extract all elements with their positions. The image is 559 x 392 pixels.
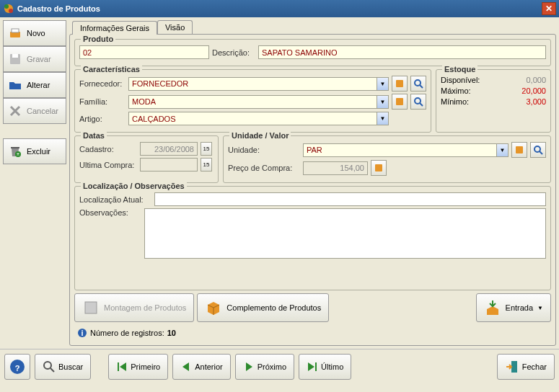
legend-unidade: Unidade / Valor <box>229 131 291 140</box>
svg-marker-32 <box>308 362 314 371</box>
titlebar: Cadastro de Produtos ✕ <box>0 0 559 17</box>
gravar-label: Gravar <box>27 55 51 63</box>
window-title: Cadastro de Produtos <box>17 4 542 13</box>
plus-icon <box>514 145 524 155</box>
familia-add-button[interactable] <box>392 94 408 110</box>
anterior-label: Anterior <box>195 362 223 371</box>
cadastro-cal-button[interactable]: 15 <box>201 142 212 156</box>
cube-icon <box>82 299 100 316</box>
svg-point-18 <box>534 146 540 152</box>
svg-text:?: ? <box>15 364 20 373</box>
info-icon: i <box>77 328 87 338</box>
next-icon <box>243 361 255 373</box>
buscar-button[interactable]: Buscar <box>35 354 91 380</box>
chevron-down-icon: ▼ <box>496 144 508 156</box>
folder-icon <box>6 76 24 94</box>
printer-icon <box>6 24 24 42</box>
cancel-icon <box>6 102 24 120</box>
fornecedor-search-button[interactable] <box>410 76 426 92</box>
minimo-label: Mínimo: <box>441 97 469 106</box>
maximo-label: Máximo: <box>441 86 471 95</box>
buscar-label: Buscar <box>58 362 83 371</box>
novo-button[interactable]: Novo <box>3 20 66 46</box>
unidade-select[interactable]: PAR▼ <box>303 143 509 157</box>
registros-label: Número de registros: <box>90 329 164 337</box>
legend-localizacao: Localização / Observações <box>81 182 187 190</box>
help-icon: ? <box>9 358 26 375</box>
montagem-label: Montagem de Produtos <box>104 303 186 312</box>
entrada-button[interactable]: Entrada ▼ <box>476 293 551 322</box>
calendar-icon: 15 <box>203 146 210 152</box>
artigo-select[interactable]: CALÇADOS▼ <box>128 112 389 125</box>
complemento-button[interactable]: Complemento de Produtos <box>197 293 329 322</box>
unidade-add-button[interactable] <box>511 142 527 158</box>
proximo-label: Próximo <box>258 362 286 371</box>
unidade-search-button[interactable] <box>530 142 546 158</box>
alterar-button[interactable]: Alterar <box>3 72 66 98</box>
box-icon <box>205 299 222 316</box>
codigo-input[interactable] <box>79 45 209 59</box>
svg-point-15 <box>415 98 421 104</box>
cadastro-date[interactable] <box>140 142 198 156</box>
preco-label: Preço de Compra: <box>228 164 300 172</box>
excluir-label: Excluir <box>27 147 50 156</box>
trash-icon <box>6 143 24 160</box>
svg-point-1 <box>4 4 9 9</box>
primeiro-button[interactable]: Primeiro <box>108 354 168 380</box>
sidebar: Novo Gravar Alterar Cancelar Excluir <box>3 20 66 346</box>
tab-visao[interactable]: Visão <box>157 20 193 34</box>
obs-label: Observações: <box>79 208 141 217</box>
localizacao-input[interactable] <box>154 192 546 206</box>
search-icon <box>413 79 423 89</box>
ultima-date[interactable] <box>140 158 198 172</box>
anterior-button[interactable]: Anterior <box>172 354 231 380</box>
fornecedor-add-button[interactable] <box>392 76 408 92</box>
ultima-label: Ultima Compra: <box>79 161 137 169</box>
svg-text:i: i <box>81 329 83 337</box>
observacoes-input[interactable] <box>144 208 546 259</box>
primeiro-label: Primeiro <box>131 362 160 371</box>
novo-label: Novo <box>27 29 45 37</box>
svg-marker-31 <box>246 362 252 371</box>
montagem-button[interactable]: Montagem de Produtos <box>74 293 194 322</box>
descricao-input[interactable] <box>258 45 546 59</box>
preco-input[interactable] <box>303 161 368 175</box>
plus-icon <box>395 79 405 89</box>
gravar-button[interactable]: Gravar <box>3 46 66 72</box>
tabs: Informações Gerais Visão <box>72 20 556 34</box>
save-icon <box>6 50 24 68</box>
door-icon <box>505 360 519 374</box>
excluir-button[interactable]: Excluir <box>3 138 66 164</box>
ultima-cal-button[interactable]: 15 <box>201 158 212 172</box>
entrada-label: Entrada <box>506 303 534 312</box>
fornecedor-select[interactable]: FORNECEDOR▼ <box>128 77 389 91</box>
svg-marker-29 <box>120 362 126 371</box>
chevron-down-icon: ▼ <box>377 96 388 108</box>
complemento-label: Complemento de Produtos <box>226 303 321 312</box>
cancelar-button[interactable]: Cancelar <box>3 98 66 124</box>
ultimo-button[interactable]: Último <box>299 354 351 380</box>
help-button[interactable]: ? <box>4 354 30 380</box>
first-icon <box>116 361 128 373</box>
familia-label: Família: <box>79 97 126 106</box>
svg-rect-14 <box>396 98 403 105</box>
fechar-button[interactable]: Fechar <box>497 354 555 380</box>
group-datas: Datas Cadastro: 15 Ultima Compra: 15 <box>74 135 219 183</box>
tab-gerais[interactable]: Informações Gerais <box>72 21 157 35</box>
svg-rect-33 <box>315 362 317 371</box>
registros-value: 10 <box>167 329 176 337</box>
proximo-button[interactable]: Próximo <box>235 354 294 380</box>
minimo-value[interactable]: 3,000 <box>503 97 546 106</box>
cadastro-label: Cadastro: <box>79 145 137 153</box>
preco-button[interactable] <box>371 160 387 176</box>
familia-search-button[interactable] <box>410 94 426 110</box>
search-icon <box>43 360 56 373</box>
maximo-value[interactable]: 20,000 <box>503 86 546 95</box>
svg-rect-28 <box>118 362 119 371</box>
last-icon <box>307 361 318 373</box>
cancelar-label: Cancelar <box>27 107 58 115</box>
familia-select[interactable]: MODA▼ <box>128 95 389 109</box>
close-button[interactable]: ✕ <box>542 2 556 15</box>
search-icon <box>413 97 423 107</box>
svg-rect-20 <box>375 164 382 172</box>
